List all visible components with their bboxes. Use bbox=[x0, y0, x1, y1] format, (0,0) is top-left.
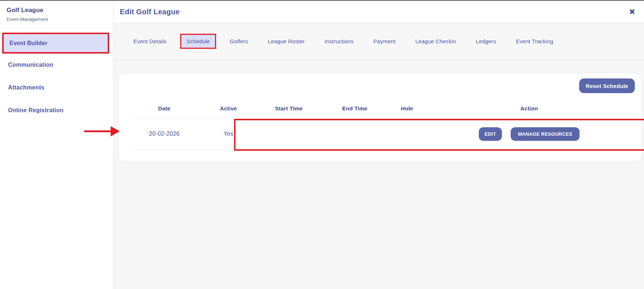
sidebar-item-online-registration[interactable]: Online Registration bbox=[0, 99, 113, 122]
sidebar-header: Golf League Event Management bbox=[0, 1, 113, 28]
sidebar-item-label: Online Registration bbox=[8, 107, 63, 114]
column-header-hole: Hole bbox=[391, 105, 423, 111]
sidebar-item-attachments[interactable]: Attachments bbox=[0, 76, 113, 99]
page-title: Edit Golf League bbox=[120, 8, 180, 16]
sidebar-item-communication[interactable]: Communication bbox=[0, 54, 113, 76]
tab-golfers[interactable]: Golfers bbox=[223, 34, 254, 49]
app-subtitle: Event Management bbox=[7, 17, 107, 22]
table-header-row: Date Active Start TIme End Time Hole Act… bbox=[130, 103, 635, 114]
tab-schedule[interactable]: Schedule bbox=[180, 34, 216, 49]
column-header-start-time: Start TIme bbox=[259, 105, 319, 111]
tab-content: Reset Schedule Date Active Start TIme En… bbox=[114, 60, 644, 162]
cell-active: Yes bbox=[198, 131, 259, 137]
tab-payment[interactable]: Payment bbox=[367, 34, 402, 49]
schedule-card: Reset Schedule Date Active Start TIme En… bbox=[118, 73, 642, 162]
cell-actions: EDIT MANAGE RESOURCES bbox=[423, 127, 635, 141]
column-header-date: Date bbox=[130, 105, 198, 111]
tab-bar: Event Details Schedule Golfers League Ro… bbox=[114, 23, 644, 60]
app-window: Golf League Event Management Event Build… bbox=[0, 0, 644, 289]
table-row: 20-02-2026 Yes EDIT MANAGE RESOURCES bbox=[130, 118, 635, 150]
sidebar-item-label: Communication bbox=[8, 62, 53, 68]
sidebar-item-event-builder[interactable]: Event Builder bbox=[2, 33, 109, 54]
tab-league-roster[interactable]: League Roster bbox=[262, 34, 311, 49]
window-top-border bbox=[0, 0, 644, 1]
edit-button[interactable]: EDIT bbox=[479, 127, 502, 141]
manage-resources-button[interactable]: MANAGE RESOURCES bbox=[511, 127, 580, 141]
tab-instructions[interactable]: Instructions bbox=[318, 34, 360, 49]
main-panel: Edit Golf League ✖ Event Details Schedul… bbox=[114, 1, 644, 289]
reset-schedule-button[interactable]: Reset Schedule bbox=[579, 78, 635, 93]
sidebar-item-label: Event Builder bbox=[10, 40, 47, 47]
sidebar: Golf League Event Management Event Build… bbox=[0, 1, 114, 289]
main-header: Edit Golf League ✖ bbox=[114, 1, 644, 23]
tab-event-tracking[interactable]: Event Tracking bbox=[510, 34, 559, 49]
sidebar-item-label: Attachments bbox=[8, 84, 44, 91]
tab-event-details[interactable]: Event Details bbox=[127, 34, 173, 49]
cell-date: 20-02-2026 bbox=[130, 131, 198, 137]
column-header-end-time: End Time bbox=[319, 105, 391, 111]
tab-ledgers[interactable]: Ledgers bbox=[470, 34, 503, 49]
column-header-action: Action bbox=[423, 105, 635, 111]
column-header-active: Active bbox=[198, 105, 259, 111]
tab-league-checkin[interactable]: League Checkin bbox=[409, 34, 462, 49]
close-icon[interactable]: ✖ bbox=[629, 8, 635, 15]
app-title: Golf League bbox=[7, 7, 107, 14]
card-toolbar: Reset Schedule bbox=[130, 78, 635, 93]
